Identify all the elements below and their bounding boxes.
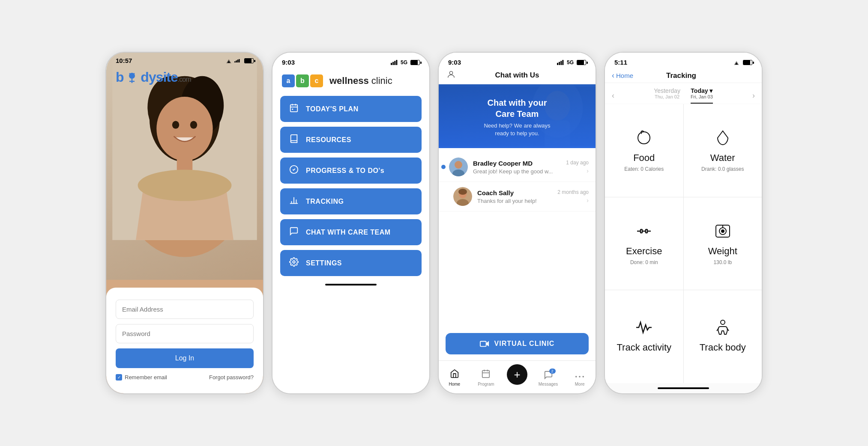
status-icons-2: 5G: [391, 59, 420, 65]
status-time-3: 9:03: [448, 59, 461, 66]
svg-rect-10: [236, 60, 237, 62]
food-sub: Eaten: 0 Calories: [624, 166, 664, 172]
body-icon: [713, 318, 732, 339]
tab-home[interactable]: Home: [444, 369, 465, 387]
status-icons-1: [225, 58, 254, 63]
food-icon: [635, 128, 653, 150]
password-input[interactable]: [116, 324, 254, 343]
chat-messages-list: Bradley Cooper MD Great job! Keep up the…: [439, 148, 596, 327]
svg-point-66: [721, 230, 724, 232]
exercise-icon: [635, 222, 653, 243]
settings-icon: [289, 257, 299, 269]
svg-point-37: [449, 71, 452, 74]
svg-rect-36: [562, 60, 563, 65]
track-body[interactable]: Track body: [684, 290, 762, 383]
svg-rect-62: [646, 229, 647, 233]
abc-letter-b: b: [296, 74, 309, 87]
tab-program-label: Program: [478, 382, 494, 387]
remember-checkbox[interactable]: ✓: [116, 374, 122, 381]
menu-label-settings: SETTINGS: [306, 259, 342, 267]
yesterday-sub: Thu, Jan 02: [654, 94, 680, 99]
message-preview-2: Thanks for all your help!: [477, 198, 557, 204]
phone-menu: 9:03 5G a b c wellness clinic: [272, 52, 430, 394]
weight-icon: [713, 222, 732, 243]
login-form: Log In ✓ Remember email Forgot password?: [106, 288, 263, 393]
login-button[interactable]: Log In: [116, 348, 254, 368]
food-title: Food: [633, 152, 655, 164]
chat-banner-title: Chat with yourCare Team: [484, 97, 550, 119]
phone-login: 10:57 b dysite.com: [105, 52, 264, 394]
tab-bar: Home Program + 2 Messages: [439, 360, 596, 393]
date-next-arrow[interactable]: ›: [752, 91, 755, 100]
email-input[interactable]: [116, 300, 254, 319]
status-time-4: 5:11: [614, 59, 627, 66]
svg-point-6: [190, 121, 197, 129]
forgot-password-link[interactable]: Forgot password?: [209, 374, 254, 381]
message-sender-1: Bradley Cooper MD: [473, 160, 566, 167]
menu-item-resources[interactable]: RESOURCES: [280, 127, 422, 153]
svg-rect-52: [482, 371, 490, 378]
chat-title: Chat with Us: [495, 71, 539, 80]
track-activity[interactable]: Track activity: [605, 290, 683, 383]
tab-program[interactable]: Program: [475, 369, 497, 387]
remember-email-row[interactable]: ✓ Remember email: [116, 374, 167, 381]
svg-rect-9: [234, 61, 236, 62]
message-content-2: Coach Sally Thanks for all your help!: [477, 189, 557, 204]
track-water[interactable]: Water Drank: 0.0 glasses: [684, 104, 762, 197]
messages-tab-icon-wrap: 2: [544, 370, 553, 381]
message-time-2: 2 months ago: [557, 189, 589, 195]
tab-messages[interactable]: 2 Messages: [538, 370, 559, 387]
back-chevron-icon: ‹: [612, 71, 614, 80]
book-icon: [289, 134, 299, 146]
virtual-clinic-button[interactable]: VIRTUAL CLINIC: [446, 333, 589, 354]
tab-add-button[interactable]: +: [507, 364, 527, 385]
login-bottom-row: ✓ Remember email Forgot password?: [116, 374, 254, 381]
home-indicator-4: [658, 387, 709, 389]
bar-chart-icon: [289, 196, 299, 207]
chat-banner: Chat with yourCare Team Need help? We ar…: [439, 84, 596, 148]
chevron-right-icon-2: ›: [587, 197, 589, 204]
date-nav: ‹ Yesterday Thu, Jan 02 Today ▾ Fri, Jan…: [605, 83, 762, 104]
svg-point-32: [293, 261, 295, 263]
back-label: Home: [616, 72, 633, 79]
chat-message-2[interactable]: Coach Sally Thanks for all your help! 2 …: [439, 182, 596, 211]
date-prev-arrow[interactable]: ‹: [612, 91, 614, 100]
menu-item-todays-plan[interactable]: TODAY'S PLAN: [280, 96, 422, 122]
track-exercise[interactable]: Exercise Done: 0 min: [605, 197, 683, 290]
date-today[interactable]: Today ▾ Fri, Jan 03: [691, 87, 713, 104]
track-food[interactable]: Food Eaten: 0 Calories: [605, 104, 683, 197]
message-content-1: Bradley Cooper MD Great job! Keep up the…: [473, 160, 566, 175]
menu-item-chat[interactable]: CHAT WITH CARE TEAM: [280, 219, 422, 245]
body-title: Track body: [700, 342, 746, 353]
more-tab-icon: [575, 371, 584, 381]
date-yesterday[interactable]: Yesterday Thu, Jan 02: [654, 87, 680, 104]
menu-item-tracking[interactable]: TRACKING: [280, 188, 422, 214]
status-bar-4: 5:11: [605, 53, 762, 68]
tab-messages-label: Messages: [539, 382, 558, 387]
date-items: Yesterday Thu, Jan 02 Today ▾ Fri, Jan 0…: [654, 87, 713, 104]
svg-point-58: [583, 376, 584, 378]
logo-text: b dysite.com: [116, 69, 191, 85]
water-title: Water: [710, 152, 735, 164]
svg-rect-21: [396, 60, 397, 65]
status-icons-3: 5G: [557, 59, 586, 65]
svg-point-4: [156, 97, 213, 161]
weight-title: Weight: [708, 246, 737, 257]
svg-rect-20: [394, 61, 395, 65]
chat-message-1[interactable]: Bradley Cooper MD Great job! Keep up the…: [439, 152, 596, 182]
svg-point-43: [455, 161, 462, 169]
menu-label-chat: CHAT WITH CARE TEAM: [306, 229, 391, 236]
menu-item-settings[interactable]: SETTINGS: [280, 250, 422, 276]
menu-item-progress[interactable]: PROGRESS & TO DO's: [280, 158, 422, 184]
track-weight[interactable]: Weight 130.0 lb: [684, 197, 762, 290]
menu-label-progress: PROGRESS & TO DO's: [306, 167, 384, 175]
svg-point-57: [579, 376, 581, 378]
tab-more[interactable]: More: [569, 371, 590, 387]
status-bar-2: 9:03 5G: [272, 53, 429, 68]
exercise-title: Exercise: [626, 246, 662, 257]
clinic-name: wellness clinic: [329, 75, 392, 86]
chat-icon: [289, 226, 299, 238]
back-button[interactable]: ‹ Home: [612, 71, 633, 80]
activity-title: Track activity: [617, 342, 671, 353]
logo-dotcom: .com: [178, 76, 191, 83]
